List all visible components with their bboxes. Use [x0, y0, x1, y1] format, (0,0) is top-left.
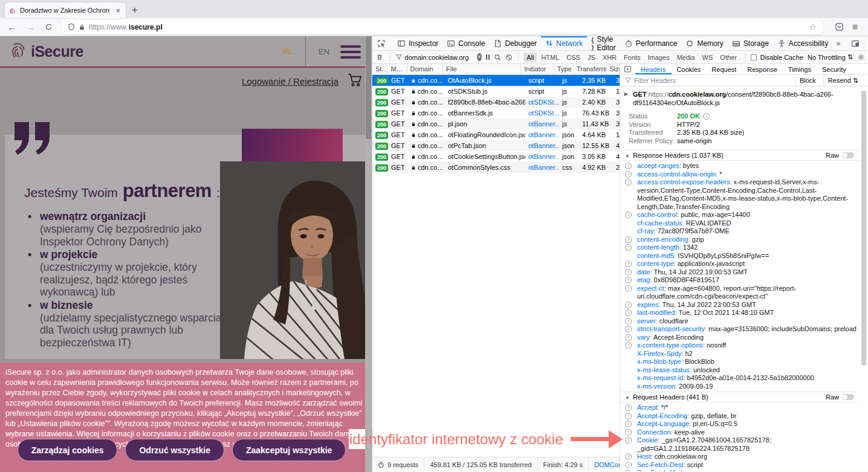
cookie-consent-button[interactable]: Zarządzaj cookies — [18, 439, 118, 461]
url-bar[interactable]: https://www. isecure.pl ☆ — [62, 20, 823, 34]
block-request-icon[interactable] — [505, 54, 513, 61]
table-row[interactable]: 200 GET cdn.co... OtAutoBlock.js script … — [372, 75, 620, 86]
details-scrollbar[interactable] — [861, 88, 866, 447]
lang-switch-en[interactable]: EN — [319, 47, 329, 56]
block-button[interactable]: Block — [795, 75, 820, 86]
scrollbar-thumb[interactable] — [861, 91, 866, 366]
initiator-cell[interactable]: script — [525, 88, 559, 95]
type-filter-button[interactable]: CSS — [563, 53, 583, 62]
raw-toggle[interactable] — [842, 394, 854, 400]
new-tab-button[interactable]: + — [126, 4, 144, 18]
help-icon[interactable]: ? — [625, 437, 632, 444]
table-row[interactable]: 200 GET cdn.co... otFloatingRoundedIcon.… — [372, 129, 620, 140]
pocket-icon[interactable] — [835, 22, 844, 31]
help-icon[interactable]: ? — [625, 453, 632, 460]
help-icon[interactable]: ? — [625, 470, 632, 471]
tab-network[interactable]: Network — [541, 36, 587, 50]
request-headers-section[interactable]: ▼Request Headers (441 B) Raw — [620, 392, 859, 402]
disable-cache-checkbox[interactable]: Disable Cache — [751, 54, 803, 61]
type-filter-button[interactable]: XHR — [600, 53, 620, 62]
initiator-cell[interactable]: script — [525, 77, 559, 84]
details-tab[interactable]: Cookies — [672, 64, 707, 74]
help-icon[interactable]: ? — [625, 413, 632, 419]
pick-element-button[interactable] — [372, 36, 390, 50]
column-header[interactable]: Domain — [407, 64, 443, 74]
lock-icon[interactable] — [79, 24, 85, 31]
pause-traffic-icon[interactable] — [486, 54, 490, 60]
tab-style-editor[interactable]: { } Style Editor — [587, 36, 620, 50]
type-filter-button[interactable]: Media — [674, 53, 698, 62]
help-icon[interactable]: ? — [625, 269, 632, 276]
lang-switch-pl[interactable]: PL — [283, 47, 293, 56]
tab-accessibility[interactable]: Accessibility — [773, 36, 832, 50]
column-header[interactable]: Transferred — [574, 64, 607, 74]
help-icon[interactable]: ? — [625, 326, 632, 332]
table-row[interactable]: 200 GET cdn.co... otCookieSettingsButton… — [372, 151, 620, 162]
help-icon[interactable]: ? — [625, 163, 632, 169]
table-row[interactable]: 200 GET cdn.co... otSDKStub.js script js… — [372, 86, 620, 97]
type-filter-button[interactable]: HTML — [538, 53, 562, 62]
help-icon[interactable]: ? — [625, 404, 632, 411]
cart-icon[interactable] — [347, 73, 362, 87]
initiator-cell[interactable]: otSDKSt... — [525, 99, 559, 106]
details-tab[interactable]: Headers — [635, 64, 672, 74]
request-filter-input[interactable]: domain:cookielaw.org — [396, 54, 473, 61]
help-icon[interactable]: ? — [625, 334, 632, 341]
table-row[interactable]: 200 GET cdn.co... otCommonStyles.css otB… — [372, 162, 620, 173]
resend-button[interactable]: Resend⇅ — [823, 75, 863, 86]
initiator-cell[interactable]: otBanner... — [525, 164, 559, 171]
help-icon[interactable]: ? — [703, 113, 710, 120]
type-filter-button[interactable]: All — [523, 53, 537, 62]
help-icon[interactable]: ? — [625, 318, 632, 325]
tab-memory[interactable]: Memory — [681, 36, 727, 50]
tab-performance[interactable]: Performance — [620, 36, 682, 50]
response-headers-section[interactable]: ▼Response Headers (1.037 KB) Raw — [620, 150, 859, 161]
type-filter-button[interactable]: JS — [585, 53, 598, 62]
clear-filter-icon[interactable]: × — [477, 53, 482, 61]
details-tab[interactable]: Timings — [783, 64, 817, 74]
column-header[interactable]: Type — [554, 64, 574, 74]
help-icon[interactable]: ? — [625, 236, 632, 243]
collapse-details-icon[interactable] — [620, 64, 635, 74]
column-header[interactable]: Initiator — [521, 64, 554, 74]
help-icon[interactable]: ? — [625, 171, 632, 178]
twisty-icon[interactable]: ▶ — [624, 90, 628, 99]
type-filter-button[interactable]: Fonts — [621, 53, 644, 62]
table-row[interactable]: 200 GET cdn.co... f2890bc8-88eb-4bac-a26… — [372, 97, 620, 108]
type-filter-button[interactable]: Other — [717, 53, 740, 62]
details-tab[interactable]: Security — [817, 64, 852, 74]
help-icon[interactable]: ? — [625, 244, 632, 251]
initiator-cell[interactable]: otBanner... — [525, 131, 559, 138]
throttling-select[interactable]: No Throttling ⇅ — [808, 53, 853, 61]
reload-icon[interactable] — [41, 23, 56, 31]
scrollbar-thumb[interactable] — [366, 36, 371, 139]
request-url-row[interactable]: ▶ GET https://cdn.cookielaw.org/consent/… — [620, 86, 859, 110]
initiator-cell[interactable]: otBanner... — [525, 120, 559, 128]
back-icon[interactable]: ← — [5, 22, 19, 32]
help-icon[interactable]: ? — [625, 179, 632, 186]
table-row[interactable]: 200 GET cdn.co... pl.json otBanner... js… — [372, 118, 620, 129]
initiator-cell[interactable]: otSDKSt... — [525, 109, 559, 117]
tab-close-icon[interactable]: × — [114, 6, 122, 15]
bookmark-star-icon[interactable]: ☆ — [809, 22, 817, 31]
column-header[interactable]: M… — [387, 64, 407, 74]
table-row[interactable]: 200 GET cdn.co... otPcTab.json otBanner.… — [372, 140, 620, 151]
help-icon[interactable]: ? — [625, 212, 632, 218]
help-icon[interactable]: ? — [625, 309, 632, 316]
page-scrollbar[interactable] — [365, 36, 372, 472]
type-filter-button[interactable]: WS — [699, 53, 716, 62]
shield-icon[interactable] — [68, 23, 75, 31]
tab-console[interactable]: Console — [442, 36, 489, 50]
tab-inspector[interactable]: Inspector — [393, 36, 442, 50]
more-tools-icon[interactable]: » — [832, 36, 844, 50]
details-tab[interactable]: Request — [706, 64, 742, 74]
login-register-link[interactable]: Logowanie / Rejestracja — [242, 76, 338, 86]
separate-window-icon[interactable] — [864, 36, 868, 50]
browser-tab[interactable]: Doradztwo w Zakresie Ochrony Dany × — [5, 2, 126, 18]
raw-toggle[interactable] — [842, 152, 854, 158]
network-settings-gear-icon[interactable] — [857, 53, 865, 61]
help-icon[interactable]: ? — [625, 260, 632, 267]
help-icon[interactable]: ? — [625, 277, 632, 283]
help-icon[interactable]: ? — [625, 302, 632, 308]
table-row[interactable]: 200 GET cdn.co... otBannerSdk.js otSDKSt… — [372, 108, 620, 118]
